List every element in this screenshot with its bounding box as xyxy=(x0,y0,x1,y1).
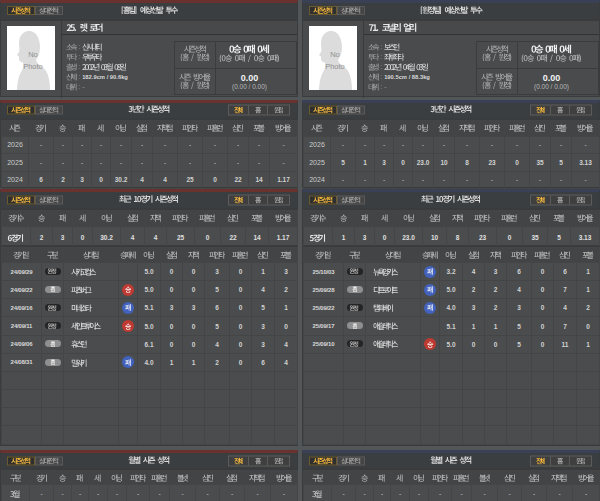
svg-text:No: No xyxy=(28,50,38,59)
svg-text:Photo: Photo xyxy=(325,62,345,71)
svg-text:No: No xyxy=(330,50,340,59)
svg-text:Photo: Photo xyxy=(23,62,43,71)
